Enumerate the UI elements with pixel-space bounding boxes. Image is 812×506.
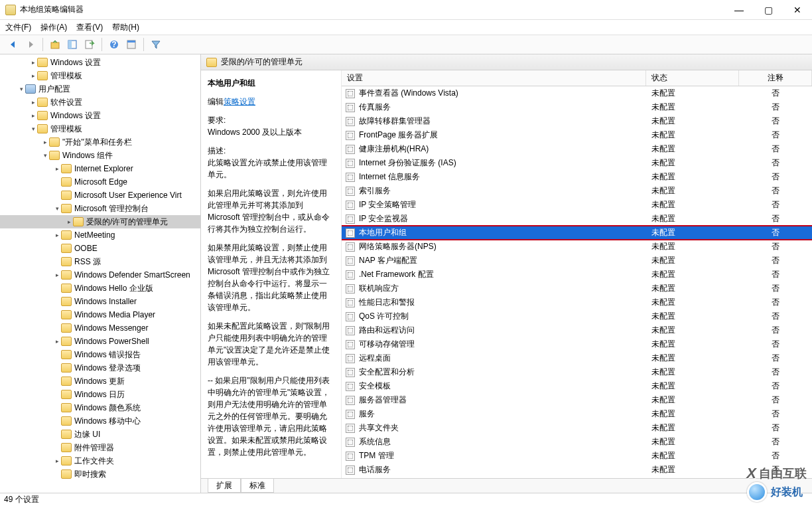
list-row[interactable]: 事件查看器 (Windows Vista)未配置否 bbox=[342, 86, 812, 100]
forward-button[interactable] bbox=[23, 37, 38, 52]
tree-item[interactable]: Microsoft 管理控制台 bbox=[0, 202, 200, 215]
list-row[interactable]: 可移动存储管理未配置否 bbox=[342, 337, 812, 351]
col-note[interactable]: 注释 bbox=[739, 70, 812, 86]
list-row[interactable]: .Net Framework 配置未配置否 bbox=[342, 268, 812, 282]
chevron-icon[interactable] bbox=[41, 139, 49, 145]
list-row[interactable]: 性能日志和警报未配置否 bbox=[342, 295, 812, 309]
chevron-icon[interactable] bbox=[41, 152, 49, 159]
chevron-icon[interactable] bbox=[53, 205, 61, 212]
tree-item[interactable]: RSS 源 bbox=[0, 255, 200, 268]
list-row[interactable]: QoS 许可控制未配置否 bbox=[342, 309, 812, 323]
tree-item[interactable]: 软件设置 bbox=[0, 96, 200, 109]
list-row[interactable]: 索引服务未配置否 bbox=[342, 184, 812, 198]
list-row[interactable]: 共享文件夹未配置否 bbox=[342, 421, 812, 435]
col-setting[interactable]: 设置 bbox=[342, 70, 646, 86]
tree-item[interactable]: 工作文件夹 bbox=[0, 454, 200, 467]
list-row[interactable]: 本地用户和组未配置否 bbox=[342, 226, 812, 240]
up-button[interactable] bbox=[47, 37, 63, 52]
list-row[interactable]: 安全配置和分析未配置否 bbox=[342, 365, 812, 379]
tree-item[interactable]: NetMeeting bbox=[0, 228, 200, 242]
tree-item[interactable]: 受限的/许可的管理单元 bbox=[0, 215, 200, 228]
tree-item[interactable]: Windows 颜色系统 bbox=[0, 401, 200, 414]
list-row[interactable]: NAP 客户端配置未配置否 bbox=[342, 254, 812, 268]
tree-item[interactable]: OOBE bbox=[0, 242, 200, 255]
tree-item[interactable]: Windows 移动中心 bbox=[0, 414, 200, 428]
list-row[interactable]: Internet 身份验证服务 (IAS)未配置否 bbox=[342, 156, 812, 170]
close-button[interactable]: ✕ bbox=[783, 0, 812, 20]
edit-policy-link[interactable]: 策略设置 bbox=[224, 97, 255, 106]
list-row[interactable]: 服务器管理器未配置否 bbox=[342, 393, 812, 407]
settings-list[interactable]: 设置 状态 注释 事件查看器 (Windows Vista)未配置否传真服务未配… bbox=[342, 70, 812, 478]
menu-action[interactable]: 操作(A) bbox=[40, 22, 67, 33]
filter-button[interactable] bbox=[148, 37, 164, 52]
chevron-icon[interactable] bbox=[29, 72, 37, 79]
list-row[interactable]: 服务未配置否 bbox=[342, 407, 812, 421]
tree-item[interactable]: Microsoft User Experience Virt bbox=[0, 189, 200, 202]
help-button[interactable]: ? bbox=[106, 37, 122, 52]
list-row[interactable]: TPM 管理未配置否 bbox=[342, 449, 812, 463]
list-row[interactable]: FrontPage 服务器扩展未配置否 bbox=[342, 128, 812, 142]
tree-item[interactable]: 附件管理器 bbox=[0, 441, 200, 454]
tree-item[interactable]: Windows 更新 bbox=[0, 375, 200, 388]
tree-item[interactable]: Windows 登录选项 bbox=[0, 361, 200, 375]
tree-item[interactable]: Windows Hello 企业版 bbox=[0, 282, 200, 295]
tree-item[interactable]: Windows 错误报告 bbox=[0, 348, 200, 361]
list-row[interactable]: IP 安全监视器未配置否 bbox=[342, 212, 812, 226]
menu-help[interactable]: 帮助(H) bbox=[112, 22, 139, 33]
menu-file[interactable]: 文件(F) bbox=[5, 22, 31, 33]
tree-pane[interactable]: Windows 设置管理模板用户配置软件设置Windows 设置管理模板"开始"… bbox=[0, 54, 201, 493]
list-row[interactable]: 远程桌面未配置否 bbox=[342, 351, 812, 365]
tree-item[interactable]: 边缘 UI bbox=[0, 428, 200, 441]
tree-item[interactable]: Windows 设置 bbox=[0, 56, 200, 69]
maximize-button[interactable]: ▢ bbox=[754, 0, 783, 20]
list-row[interactable]: 传真服务未配置否 bbox=[342, 100, 812, 114]
export-button[interactable] bbox=[82, 37, 98, 52]
tree-item[interactable]: Windows PowerShell bbox=[0, 335, 200, 348]
tree-item[interactable]: Internet Explorer bbox=[0, 162, 200, 175]
tab-extended[interactable]: 扩展 bbox=[208, 479, 241, 493]
list-row[interactable]: 联机响应方未配置否 bbox=[342, 282, 812, 295]
tree-label: Windows Messenger bbox=[74, 323, 148, 333]
properties-button[interactable] bbox=[123, 37, 139, 52]
chevron-icon[interactable] bbox=[53, 458, 61, 464]
tree-item[interactable]: 即时搜索 bbox=[0, 467, 200, 481]
tree-item[interactable]: "开始"菜单和任务栏 bbox=[0, 135, 200, 149]
col-state[interactable]: 状态 bbox=[646, 70, 739, 86]
chevron-icon[interactable] bbox=[29, 99, 37, 106]
show-hide-button[interactable] bbox=[64, 37, 80, 52]
minimize-button[interactable]: — bbox=[724, 0, 754, 20]
tree-item[interactable]: 用户配置 bbox=[0, 82, 200, 96]
tree-item[interactable]: Windows 日历 bbox=[0, 388, 200, 401]
folder-icon bbox=[61, 430, 72, 439]
tree-item[interactable]: Microsoft Edge bbox=[0, 175, 200, 189]
menu-view[interactable]: 查看(V) bbox=[76, 22, 103, 33]
list-row[interactable]: IP 安全策略管理未配置否 bbox=[342, 198, 812, 212]
chevron-icon[interactable] bbox=[53, 232, 61, 238]
list-row[interactable]: Internet 信息服务未配置否 bbox=[342, 170, 812, 184]
chevron-icon[interactable] bbox=[29, 59, 37, 66]
tree-item[interactable]: Windows Messenger bbox=[0, 321, 200, 335]
chevron-icon[interactable] bbox=[29, 112, 37, 119]
list-row[interactable]: 健康注册机构(HRA)未配置否 bbox=[342, 142, 812, 156]
list-row[interactable]: 故障转移群集管理器未配置否 bbox=[342, 114, 812, 128]
chevron-icon[interactable] bbox=[53, 272, 61, 278]
tree-item[interactable]: 管理模板 bbox=[0, 69, 200, 82]
tree-item[interactable]: Windows Defender SmartScreen bbox=[0, 268, 200, 282]
list-row[interactable]: 电话服务未配置否 bbox=[342, 463, 812, 477]
chevron-icon[interactable] bbox=[53, 165, 61, 172]
chevron-icon[interactable] bbox=[53, 338, 61, 345]
list-row[interactable]: 网络策略服务器(NPS)未配置否 bbox=[342, 240, 812, 254]
list-row[interactable]: 系统信息未配置否 bbox=[342, 435, 812, 449]
chevron-icon[interactable] bbox=[29, 126, 37, 132]
list-row[interactable]: 安全模板未配置否 bbox=[342, 379, 812, 393]
chevron-icon[interactable] bbox=[65, 218, 73, 225]
chevron-icon[interactable] bbox=[17, 86, 25, 92]
list-row[interactable]: 路由和远程访问未配置否 bbox=[342, 323, 812, 337]
tree-item[interactable]: Windows 设置 bbox=[0, 109, 200, 122]
back-button[interactable] bbox=[5, 37, 21, 52]
tree-item[interactable]: 管理模板 bbox=[0, 122, 200, 135]
tree-item[interactable]: Windows Installer bbox=[0, 295, 200, 308]
tab-standard[interactable]: 标准 bbox=[241, 479, 274, 493]
tree-item[interactable]: Windows Media Player bbox=[0, 308, 200, 321]
tree-item[interactable]: Windows 组件 bbox=[0, 149, 200, 162]
